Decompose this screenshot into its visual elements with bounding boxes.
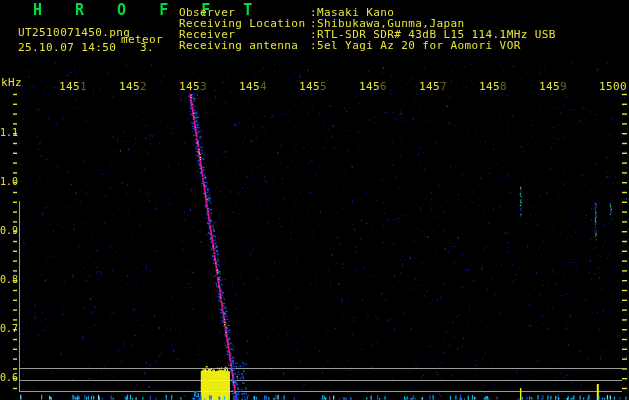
output-filename: UT2510071450.png xyxy=(18,27,130,38)
y-tick-label: 0.9 xyxy=(0,226,19,236)
y-tick-label: 0.7 xyxy=(0,324,19,334)
x-tick-label: 1456 xyxy=(359,80,387,93)
count-label: 3. xyxy=(140,42,154,53)
x-tick-label: 1455 xyxy=(299,80,327,93)
x-tick-label: 1453 xyxy=(179,80,207,93)
y-tick-label: 1.0 xyxy=(0,177,19,187)
y-axis-unit: kHz xyxy=(1,77,22,88)
y-tick-label: 1.1 xyxy=(0,128,19,138)
y-tick-label: 0.8 xyxy=(0,275,19,285)
hrofft-screen: H R O F F T UT2510071450.png meteor 25.1… xyxy=(0,0,629,400)
spectrogram-plot xyxy=(0,0,629,400)
x-tick-label: 1458 xyxy=(479,80,507,93)
datetime-label: 25.10.07 14:50 xyxy=(18,42,116,53)
x-tick-label: 1459 xyxy=(539,80,567,93)
x-tick-label: 1452 xyxy=(119,80,147,93)
field-label-receiving-antenna: Receiving antenna xyxy=(179,40,298,51)
field-value-receiving-antenna: :5el Yagi Az 20 for Aomori VOR xyxy=(310,40,521,51)
x-tick-label: 1451 xyxy=(59,80,87,93)
x-tick-label: 1454 xyxy=(239,80,267,93)
y-tick-label: 0.6 xyxy=(0,373,19,383)
x-tick-label: 1500 xyxy=(599,80,627,93)
x-tick-label: 1457 xyxy=(419,80,447,93)
